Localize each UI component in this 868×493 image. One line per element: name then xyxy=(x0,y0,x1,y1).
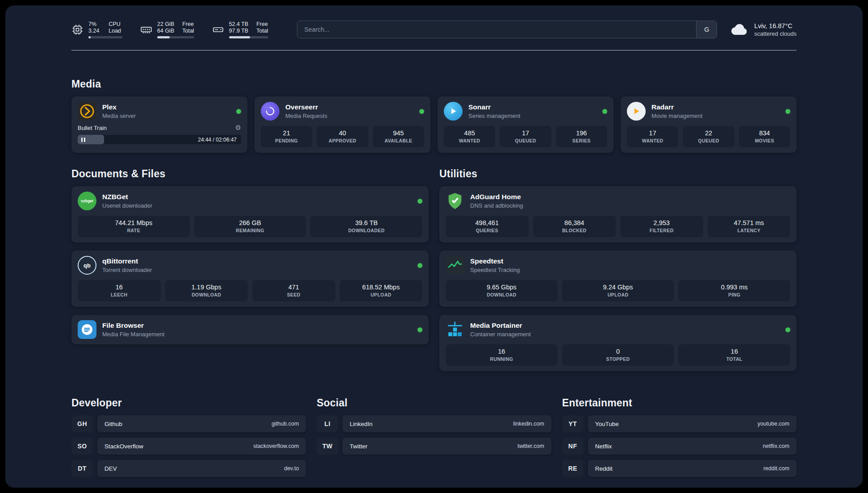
stat-label: DOWNLOADED xyxy=(313,228,420,233)
sonarr-icon[interactable] xyxy=(444,102,463,121)
bookmark-link-dev[interactable]: DEV dev.to xyxy=(97,460,306,477)
app-subtitle-overseerr: Media Requests xyxy=(285,113,327,119)
app-name-sonarr[interactable]: Sonarr xyxy=(468,103,520,111)
overseerr-icon[interactable] xyxy=(261,102,280,121)
section-utilities: Utilities AdGuard Home xyxy=(439,168,797,371)
app-name-speedtest: Speedtest xyxy=(470,257,520,265)
qbittorrent-icon[interactable]: qb xyxy=(78,256,96,275)
bookmark-group-developer: Developer GH Github github.com SO StackO… xyxy=(71,397,306,477)
app-card-filebrowser: File Browser Media File Management xyxy=(71,315,429,344)
filebrowser-icon[interactable] xyxy=(78,320,96,339)
bookmark-abbr[interactable]: NF xyxy=(562,438,584,455)
app-name-plex[interactable]: Plex xyxy=(102,103,136,111)
app-subtitle-adguard: DNS and adblocking xyxy=(470,202,523,209)
app-subtitle-radarr: Movie management xyxy=(651,113,702,119)
stat-tile: 86,384 BLOCKED xyxy=(533,216,616,237)
bookmark-url: linkedin.com xyxy=(513,421,544,427)
app-subtitle-sonarr: Series management xyxy=(468,113,520,119)
stat-label: QUEUED xyxy=(685,138,731,143)
search-bar[interactable]: G xyxy=(297,21,718,38)
stat-value: 16 xyxy=(80,284,158,291)
portainer-icon[interactable] xyxy=(446,320,464,339)
stat-tile: 0 STOPPED xyxy=(562,344,674,366)
disk-total-value: 97.9 TB xyxy=(229,28,249,34)
app-name-portainer[interactable]: Media Portainer xyxy=(470,322,531,330)
bookmark-abbr[interactable]: RE xyxy=(562,460,584,477)
stat-tile: 485 WANTED xyxy=(444,126,495,147)
ram-label-top: Free xyxy=(182,21,194,27)
stat-tile: 0.993 ms PING xyxy=(678,280,790,301)
stat-tile: 196 SERIES xyxy=(556,126,607,147)
stat-tile: 9.24 Gbps UPLOAD xyxy=(562,280,674,301)
status-dot xyxy=(417,263,422,268)
topbar-divider xyxy=(71,50,797,50)
stat-tile: 834 MOVIES xyxy=(739,126,790,147)
bookmark-url: github.com xyxy=(271,421,299,427)
bookmark-link-stackoverflow[interactable]: StackOverflow stackoverflow.com xyxy=(97,438,306,455)
stat-value: 16 xyxy=(681,348,788,355)
bookmark-abbr[interactable]: GH xyxy=(71,415,93,432)
bookmark-abbr[interactable]: LI xyxy=(317,415,338,432)
stat-label: REMAINING xyxy=(197,228,304,233)
bookmark-link-reddit[interactable]: Reddit reddit.com xyxy=(588,460,797,477)
bookmark-abbr[interactable]: TW xyxy=(317,438,338,455)
stat-value: 0.993 ms xyxy=(681,284,788,291)
stat-tile: 498,461 QUERIES xyxy=(446,216,529,237)
app-card-nzbget: nzbget NZBGet Usenet downloader 744.21 M… xyxy=(71,186,429,242)
pause-icon[interactable] xyxy=(81,138,85,142)
bookmark-abbr[interactable]: YT xyxy=(562,415,584,432)
stat-value: 498,461 xyxy=(448,219,526,226)
bookmark-link-twitter[interactable]: Twitter twitter.com xyxy=(342,438,551,455)
media-cards-row: Plex Media server Bullet Train ⚙ xyxy=(71,96,797,153)
bookmark-row-github: GH Github github.com xyxy=(71,415,306,432)
search-engine-button[interactable]: G xyxy=(696,21,717,38)
bookmark-link-netflix[interactable]: Netflix netflix.com xyxy=(588,438,797,455)
section-title-social: Social xyxy=(317,397,551,409)
topbar: 7% CPU 3.24 Load xyxy=(71,21,797,38)
app-name-nzbget[interactable]: NZBGet xyxy=(102,193,152,201)
app-name-filebrowser[interactable]: File Browser xyxy=(102,322,164,330)
adguard-icon xyxy=(446,192,464,210)
nzbget-icon[interactable]: nzbget xyxy=(78,192,96,210)
stat-tile: 945 AVAILABLE xyxy=(373,126,424,147)
search-input[interactable] xyxy=(297,21,697,38)
stat-label: RUNNING xyxy=(448,356,555,362)
plex-icon[interactable] xyxy=(78,102,96,121)
bookmark-abbr[interactable]: SO xyxy=(71,438,93,455)
gear-icon[interactable]: ⚙ xyxy=(235,125,241,131)
bookmark-link-github[interactable]: Github github.com xyxy=(97,415,306,432)
disk-label-bottom: Total xyxy=(256,28,268,34)
stat-label: UPLOAD xyxy=(565,292,672,297)
bookmark-url: dev.to xyxy=(284,465,299,472)
stat-label: AVAILABLE xyxy=(376,138,421,143)
app-subtitle-portainer: Container management xyxy=(470,331,531,338)
bookmark-group-social: Social LI LinkedIn linkedin.com TW Twitt… xyxy=(317,397,551,477)
player-progress-bar[interactable]: 24:44 / 02:06:47 xyxy=(78,135,241,144)
bookmark-link-linkedin[interactable]: LinkedIn linkedin.com xyxy=(342,415,551,432)
app-name-radarr[interactable]: Radarr xyxy=(651,103,702,111)
stat-tile: 16 TOTAL xyxy=(678,344,790,366)
app-name-adguard: AdGuard Home xyxy=(470,193,523,201)
stat-tile: 266 GB REMAINING xyxy=(194,216,306,237)
app-name-overseerr[interactable]: Overseerr xyxy=(285,103,327,111)
cpu-progress-track xyxy=(88,36,122,38)
app-name-qbittorrent[interactable]: qBittorrent xyxy=(102,257,152,265)
stat-label: STOPPED xyxy=(565,356,672,362)
bookmark-row-youtube: YT YouTube youtube.com xyxy=(562,415,797,432)
stat-value: 16 xyxy=(448,348,555,355)
cpu-label-bottom: Load xyxy=(108,28,122,34)
status-dot xyxy=(417,327,422,332)
disk-progress-fill xyxy=(229,36,250,38)
plex-now-playing-widget: Bullet Train ⚙ 24:44 / 02:06:47 xyxy=(78,125,241,144)
section-title-developer: Developer xyxy=(71,397,306,409)
ram-progress-track xyxy=(157,36,194,38)
bookmark-abbr[interactable]: DT xyxy=(71,460,93,477)
stat-label: WANTED xyxy=(630,138,676,143)
radarr-icon[interactable] xyxy=(627,102,646,121)
disk-label-top: Free xyxy=(256,21,268,27)
bookmark-link-youtube[interactable]: YouTube youtube.com xyxy=(588,415,797,432)
bookmark-name: LinkedIn xyxy=(350,421,372,427)
stat-tile: 21 PENDING xyxy=(261,126,312,147)
app-card-portainer: Media Portainer Container management 16 … xyxy=(439,315,797,371)
stat-value: 17 xyxy=(630,130,676,137)
